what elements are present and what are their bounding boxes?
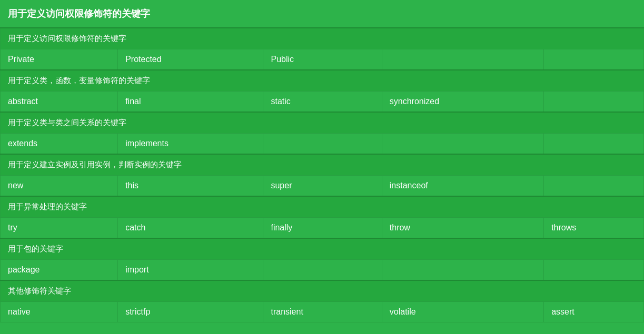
keyword-cell-0-2: Public [263, 49, 382, 70]
keyword-cell-4-2: finally [263, 218, 382, 239]
keyword-cell-4-3: throw [382, 218, 543, 239]
keyword-cell-1-1: final [118, 92, 263, 113]
section-label-1: 用于定义类，函数，变量修饰符的关键字 [1, 70, 644, 92]
keyword-cell-2-3 [382, 134, 543, 155]
keyword-cell-4-4: throws [544, 218, 644, 239]
keyword-cell-2-1: implements [118, 134, 263, 155]
keyword-cell-0-3 [382, 49, 543, 70]
keyword-cell-3-4 [544, 176, 644, 197]
keyword-cell-5-1: import [118, 260, 263, 281]
keyword-cell-6-1: strictfp [118, 302, 263, 322]
keyword-cell-1-3: synchronized [382, 92, 543, 113]
section-label-0: 用于定义访问权限修饰符的关键字 [1, 28, 644, 49]
section-label-5: 用于包的关键字 [1, 238, 644, 260]
keyword-cell-3-3: instanceof [382, 176, 543, 197]
section-label-2: 用于定义类与类之间关系的关键字 [1, 112, 644, 134]
keyword-cell-2-4 [544, 134, 644, 155]
keyword-cell-2-0: extends [1, 134, 118, 155]
keyword-cell-5-3 [382, 260, 543, 281]
keyword-cell-5-4 [544, 260, 644, 281]
keyword-cell-0-1: Protected [118, 49, 263, 70]
keyword-cell-3-0: new [1, 176, 118, 197]
keyword-cell-5-2 [263, 260, 382, 281]
section-label-4: 用于异常处理的关键字 [1, 196, 644, 218]
keyword-cell-1-4 [544, 92, 644, 113]
main-container: 用于定义访问权限修饰符的关键字用于定义访问权限修饰符的关键字PrivatePro… [0, 0, 644, 322]
keyword-cell-3-2: super [263, 176, 382, 197]
keyword-cell-1-0: abstract [1, 92, 118, 113]
keyword-cell-5-0: package [1, 260, 118, 281]
keyword-cell-4-0: try [1, 218, 118, 239]
keyword-cell-1-2: static [263, 92, 382, 113]
keyword-cell-3-1: this [118, 176, 263, 197]
keyword-cell-6-4: assert [544, 302, 644, 322]
keywords-table: 用于定义访问权限修饰符的关键字用于定义访问权限修饰符的关键字PrivatePro… [0, 0, 644, 322]
keyword-cell-0-0: Private [1, 49, 118, 70]
keyword-cell-6-0: native [1, 302, 118, 322]
keyword-cell-2-2 [263, 134, 382, 155]
page-title: 用于定义访问权限修饰符的关键字 [1, 0, 644, 28]
section-label-3: 用于定义建立实例及引用实例，判断实例的关键字 [1, 154, 644, 176]
section-label-6: 其他修饰符关键字 [1, 280, 644, 302]
keyword-cell-6-3: volatile [382, 302, 543, 322]
keyword-cell-6-2: transient [263, 302, 382, 322]
keyword-cell-0-4 [544, 49, 644, 70]
keyword-cell-4-1: catch [118, 218, 263, 239]
